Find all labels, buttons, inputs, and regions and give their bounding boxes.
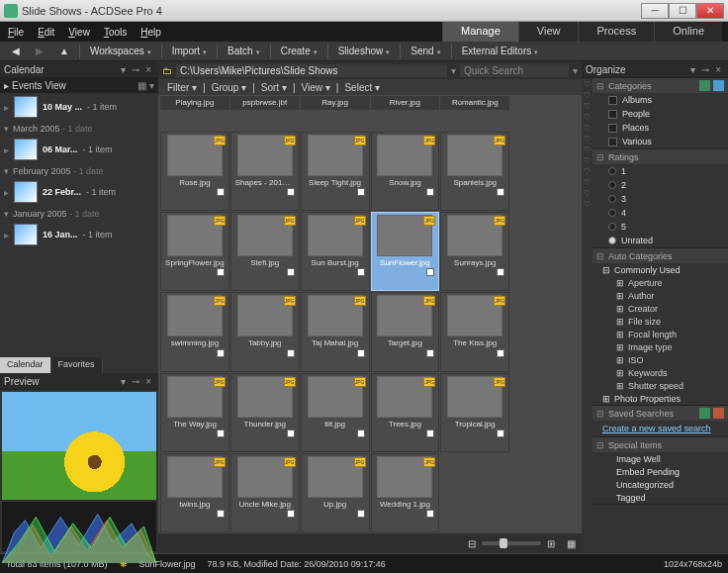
autocat-item[interactable]: ⊞Focal length bbox=[592, 328, 728, 340]
preview-close-icon[interactable]: × bbox=[142, 376, 154, 387]
batch-menu[interactable]: Batch bbox=[222, 44, 266, 58]
search-dropdown-icon[interactable]: ▾ bbox=[573, 65, 578, 76]
mode-process[interactable]: Process bbox=[578, 22, 654, 42]
organize-pin-icon[interactable]: ⊸ bbox=[698, 64, 712, 75]
thumbnail-cell[interactable]: JPGTropical.jpg bbox=[440, 373, 509, 452]
ratings-header[interactable]: ⊟Ratings bbox=[592, 149, 728, 164]
menu-tools[interactable]: Tools bbox=[104, 27, 127, 38]
preview-menu-icon[interactable]: ▾ bbox=[118, 376, 129, 387]
create-menu[interactable]: Create bbox=[275, 44, 323, 58]
thumbnail-cell[interactable]: JPGThunder.jpg bbox=[230, 373, 300, 452]
import-menu[interactable]: Import bbox=[166, 44, 213, 58]
saved-add-icon[interactable] bbox=[699, 408, 710, 419]
autocat-header[interactable]: ⊟Auto Categories bbox=[592, 248, 728, 263]
thumbnail-cell[interactable]: JPGThe Kiss.jpg bbox=[440, 292, 509, 371]
mode-online[interactable]: Online bbox=[654, 22, 722, 42]
rating-item[interactable]: 5 bbox=[592, 220, 728, 234]
thumbnail-cell[interactable]: JPGRose.jpg bbox=[160, 132, 229, 211]
send-menu[interactable]: Send bbox=[405, 44, 446, 58]
menu-help[interactable]: Help bbox=[140, 27, 161, 38]
tab-favorites[interactable]: Favorites bbox=[51, 357, 103, 373]
autocat-item[interactable]: ⊞Aperture bbox=[592, 276, 728, 289]
up-button[interactable]: ▲ bbox=[53, 44, 75, 58]
event-row[interactable]: ▸06 Mar...- 1 item bbox=[0, 136, 158, 163]
thumbnail-cell[interactable]: JPGTaj Mahal.jpg bbox=[301, 292, 370, 371]
thumbnail-cell[interactable]: JPGUp.jpg bbox=[301, 453, 370, 532]
panel-menu-icon[interactable]: ▾ bbox=[118, 64, 129, 75]
category-icon[interactable] bbox=[713, 80, 724, 91]
preview-pin-icon[interactable]: ⊸ bbox=[129, 376, 142, 387]
autocat-item[interactable]: ⊞Shutter speed bbox=[592, 379, 728, 392]
panel-pin-icon[interactable]: ⊸ bbox=[129, 64, 142, 75]
path-dropdown-icon[interactable]: ▾ bbox=[451, 65, 456, 76]
thumbnail-cell[interactable]: JPGSun Burst.jpg bbox=[301, 212, 370, 291]
special-header[interactable]: ⊟Special Items bbox=[592, 437, 728, 452]
zoom-in-icon[interactable]: ⊞ bbox=[547, 538, 555, 549]
thumbnail-cell[interactable]: JPGWedding 1.jpg bbox=[371, 453, 440, 532]
rating-item[interactable]: 4 bbox=[592, 206, 728, 220]
back-button[interactable]: ◀ bbox=[6, 44, 26, 58]
thumbnail-cell[interactable]: JPGSpringFlower.jpg bbox=[160, 212, 229, 291]
month-header[interactable]: ▾February 2005 - 1 date bbox=[0, 163, 158, 178]
thumbnail-cell[interactable]: JPGUncle Mike.jpg bbox=[230, 453, 300, 532]
thumbnail-cell[interactable]: JPGTrees.jpg bbox=[371, 373, 440, 452]
thumbnail-cell[interactable]: JPGShapes - 2010.10.02 ... bbox=[230, 132, 300, 211]
heart-icon[interactable]: ♡ bbox=[584, 80, 591, 90]
category-item[interactable]: Albums bbox=[592, 93, 728, 107]
thumbnail-cell[interactable]: JPGStefi.jpg bbox=[230, 212, 300, 291]
rating-item[interactable]: Unrated bbox=[592, 234, 728, 247]
thumbnail-cell[interactable]: JPGSnow.jpg bbox=[371, 132, 440, 211]
event-row[interactable]: ▸16 Jan...- 1 item bbox=[0, 221, 158, 248]
thumbnail-cell[interactable]: JPGSunrays.jpg bbox=[440, 212, 509, 291]
slideshow-menu[interactable]: Slideshow bbox=[332, 44, 397, 58]
category-item[interactable]: People bbox=[592, 107, 728, 121]
thumbnail-cell[interactable]: River.jpg bbox=[371, 96, 440, 110]
saved-header[interactable]: ⊟Saved Searches bbox=[592, 406, 728, 421]
month-header[interactable]: ▾March 2005 - 1 date bbox=[0, 121, 158, 136]
saved-del-icon[interactable] bbox=[713, 408, 724, 419]
thumbnail-cell[interactable]: JPGtilt.jpg bbox=[301, 373, 370, 452]
thumbnail-cell[interactable]: JPGSleep Tight.jpg bbox=[301, 132, 370, 211]
organize-menu-icon[interactable]: ▾ bbox=[687, 64, 698, 75]
month-header[interactable]: ▾January 2005 - 1 date bbox=[0, 206, 158, 221]
thumbnail-cell[interactable]: JPGThe Way.jpg bbox=[160, 373, 229, 452]
fwd-button[interactable]: ▶ bbox=[30, 44, 49, 58]
menu-view[interactable]: View bbox=[68, 27, 90, 38]
rating-item[interactable]: 3 bbox=[592, 192, 728, 206]
view-menu[interactable]: View ▾ bbox=[299, 82, 333, 93]
quick-search-input[interactable]: Quick Search bbox=[460, 64, 569, 77]
rating-item[interactable]: 2 bbox=[592, 178, 728, 192]
autocat-item[interactable]: ⊞ISO bbox=[592, 353, 728, 366]
events-view-toggle[interactable]: Events View▦ ▾ bbox=[0, 78, 158, 93]
thumbnail-cell[interactable]: JPGTabby.jpg bbox=[230, 292, 300, 371]
thumbnail-cell[interactable]: JPGtwins.jpg bbox=[160, 453, 229, 532]
menu-edit[interactable]: Edit bbox=[38, 27, 54, 38]
event-row[interactable]: ▸10 May ...- 1 item bbox=[0, 93, 158, 121]
special-item[interactable]: Embed Pending bbox=[592, 465, 728, 478]
autocat-item[interactable]: ⊞Keywords bbox=[592, 366, 728, 379]
thumbnail-cell[interactable]: JPGswimming.jpg bbox=[160, 292, 229, 371]
close-button[interactable]: ✕ bbox=[696, 3, 724, 19]
thumbnail-cell[interactable]: JPGTarget.jpg bbox=[371, 292, 440, 371]
group-menu[interactable]: Group ▾ bbox=[209, 82, 250, 93]
category-item[interactable]: Places bbox=[592, 121, 728, 135]
photo-properties[interactable]: ⊞Photo Properties bbox=[592, 392, 728, 405]
thumbnail-cell[interactable]: Playing.jpg bbox=[160, 96, 229, 110]
filter-menu[interactable]: Filter ▾ bbox=[164, 82, 200, 93]
zoom-slider[interactable] bbox=[482, 541, 541, 545]
thumbnail-cell[interactable]: pspbrwse.jbf bbox=[230, 96, 300, 110]
special-item[interactable]: Uncategorized bbox=[592, 478, 728, 491]
thumbnail-cell[interactable]: Romantic.jpg bbox=[440, 96, 509, 110]
mode-manage[interactable]: Manage bbox=[442, 22, 518, 42]
event-row[interactable]: ▸22 Febr...- 1 item bbox=[0, 178, 158, 206]
select-menu[interactable]: Select ▾ bbox=[341, 82, 383, 93]
thumbnail-cell[interactable]: Ray.jpg bbox=[301, 96, 370, 110]
rating-item[interactable]: 1 bbox=[592, 164, 728, 178]
new-search-link[interactable]: Create a new saved search bbox=[592, 421, 728, 436]
tab-calendar[interactable]: Calendar bbox=[0, 357, 51, 373]
panel-close-icon[interactable]: × bbox=[142, 64, 154, 75]
new-category-icon[interactable] bbox=[699, 80, 710, 91]
folder-icon[interactable]: 🗀 bbox=[162, 65, 172, 76]
mode-view[interactable]: View bbox=[518, 22, 579, 42]
special-item[interactable]: Image Well bbox=[592, 452, 728, 465]
